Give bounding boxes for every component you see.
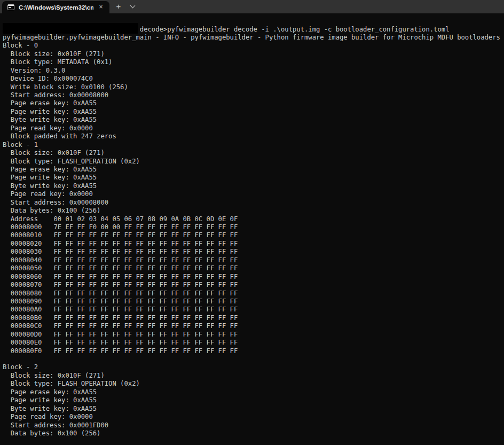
- terminal-line: Device ID: 0x000074C0: [3, 75, 504, 83]
- terminal-line: Block size: 0x010F (271): [3, 372, 504, 380]
- terminal-line: Start address: 0x0001FD00: [3, 421, 504, 430]
- terminal-line: 00008090 FF FF FF FF FF FF FF FF FF FF F…: [3, 298, 504, 306]
- terminal-line: Block - 2: [3, 363, 504, 371]
- terminal-line: Block type: FLASH_OPERATION (0x2): [3, 380, 504, 388]
- terminal-line: 00008000 7E EF FF F0 00 00 FF FF FF FF F…: [3, 223, 504, 231]
- terminal-line: 000080E0 FF FF FF FF FF FF FF FF FF FF F…: [3, 339, 504, 347]
- chevron-down-icon: [130, 3, 135, 9]
- terminal-line: Page erase key: 0xAA55: [3, 166, 504, 174]
- terminal-line: 000080F0 FF FF FF FF FF FF FF FF FF FF F…: [3, 347, 504, 355]
- terminal-line: Block size: 0x010F (271): [3, 149, 504, 157]
- title-bar[interactable]: C:\Windows\System32\cmd.e × +: [0, 0, 504, 13]
- terminal-line: Page read key: 0x0000: [3, 413, 504, 421]
- terminal-line: pyfwimagebuilder.pyfwimagebuilder_main -…: [3, 34, 504, 42]
- terminal-line: Page read key: 0x0000: [3, 124, 504, 132]
- terminal-line: 00008050 FF FF FF FF FF FF FF FF FF FF F…: [3, 264, 504, 272]
- terminal-window: C:\Windows\System32\cmd.e × + decode>pyf…: [0, 0, 504, 445]
- terminal-line: 00008020 FF FF FF FF FF FF FF FF FF FF F…: [3, 240, 504, 248]
- terminal-line: 00008080 FF FF FF FF FF FF FF FF FF FF F…: [3, 290, 504, 298]
- terminal-line: Block - 0: [3, 42, 504, 50]
- terminal-line: Byte write key: 0xAA55: [3, 116, 504, 124]
- terminal-line: Data bytes: 0x100 (256): [3, 207, 504, 215]
- terminal-line: 000080D0 FF FF FF FF FF FF FF FF FF FF F…: [3, 331, 504, 339]
- terminal-line: Write block size: 0x0100 (256): [3, 83, 504, 91]
- terminal-line: 000080C0 FF FF FF FF FF FF FF FF FF FF F…: [3, 322, 504, 330]
- tab-dropdown-button[interactable]: [126, 1, 139, 12]
- terminal-line: 000080B0 FF FF FF FF FF FF FF FF FF FF F…: [3, 314, 504, 322]
- terminal-line: Block type: METADATA (0x1): [3, 58, 504, 66]
- terminal-line: Block size: 0x010F (271): [3, 50, 504, 58]
- tab-title: C:\Windows\System32\cmd.e: [19, 4, 93, 11]
- cmd-window-icon: [7, 4, 14, 10]
- terminal-line: Page erase key: 0xAA55: [3, 99, 504, 107]
- terminal-line: 00008030 FF FF FF FF FF FF FF FF FF FF F…: [3, 248, 504, 256]
- terminal-line: Start address: 0x00008000: [3, 91, 504, 99]
- terminal-lines: decode>pyfwimagebuilder decode -i .\outp…: [3, 26, 504, 438]
- terminal-line: Page erase key: 0xAA55: [3, 388, 504, 396]
- terminal-line: Address 00 01 02 03 04 05 06 07 08 09 0A…: [3, 215, 504, 223]
- close-icon[interactable]: ×: [97, 3, 105, 12]
- terminal-line: Page write key: 0xAA55: [3, 396, 504, 404]
- terminal-line: Page write key: 0xAA55: [3, 108, 504, 116]
- terminal-line: 000080A0 FF FF FF FF FF FF FF FF FF FF F…: [3, 306, 504, 314]
- terminal-line: Byte write key: 0xAA55: [3, 182, 504, 190]
- tab-cmd[interactable]: C:\Windows\System32\cmd.e ×: [2, 1, 109, 13]
- terminal-line: Byte write key: 0xAA55: [3, 405, 504, 413]
- terminal-line: Block type: FLASH_OPERATION (0x2): [3, 158, 504, 166]
- terminal-output[interactable]: decode>pyfwimagebuilder decode -i .\outp…: [0, 13, 504, 445]
- terminal-line: Page read key: 0x0000: [3, 190, 504, 198]
- terminal-line: Start address: 0x00008000: [3, 199, 504, 207]
- terminal-line: Data bytes: 0x100 (256): [3, 430, 504, 438]
- new-tab-button[interactable]: +: [112, 1, 125, 12]
- redaction-overlay: [3, 23, 138, 34]
- terminal-line: 00008070 FF FF FF FF FF FF FF FF FF FF F…: [3, 281, 504, 289]
- terminal-line: [3, 355, 504, 363]
- terminal-line: Page write key: 0xAA55: [3, 174, 504, 182]
- terminal-line: Version: 0.3.0: [3, 67, 504, 75]
- terminal-line: 00008040 FF FF FF FF FF FF FF FF FF FF F…: [3, 256, 504, 264]
- terminal-line: 00008060 FF FF FF FF FF FF FF FF FF FF F…: [3, 273, 504, 281]
- terminal-line: Block - 1: [3, 141, 504, 149]
- terminal-line: 00008010 FF FF FF FF FF FF FF FF FF FF F…: [3, 231, 504, 239]
- terminal-line: Block padded with 247 zeros: [3, 132, 504, 140]
